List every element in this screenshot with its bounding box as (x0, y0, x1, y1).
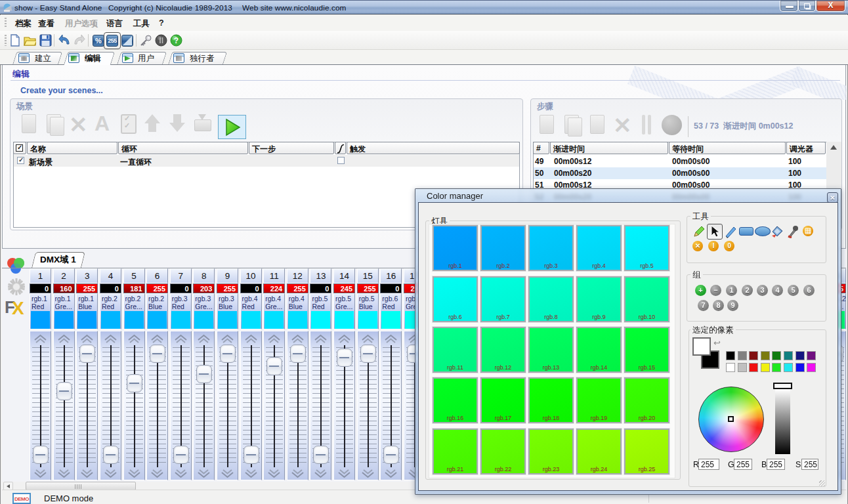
svg-text:?: ? (174, 36, 179, 45)
svg-text:X: X (12, 298, 24, 316)
